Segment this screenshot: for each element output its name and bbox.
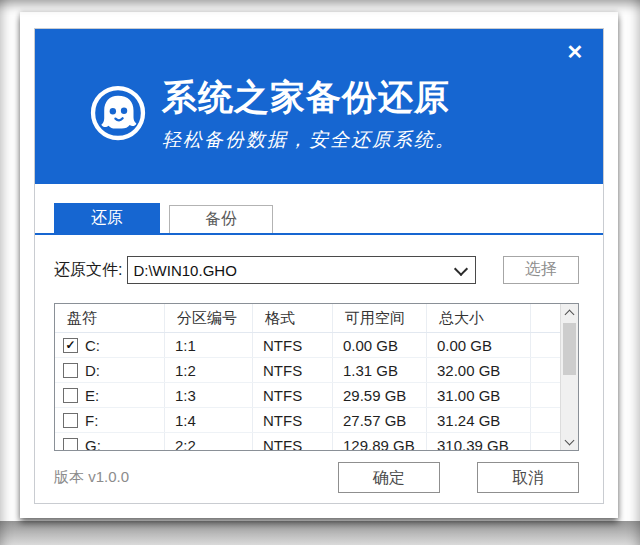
cancel-button[interactable]: 取消: [477, 462, 579, 493]
browse-button[interactable]: 选择: [503, 256, 579, 284]
app-window: ✕ 系统之家备份还原 轻松备份数据，安全还原系统。: [20, 12, 618, 518]
row-checkbox[interactable]: [63, 438, 78, 452]
footer-bar: 版本 v1.0.0 确定 取消: [54, 462, 579, 493]
cell-free: 129.89 GB: [333, 433, 427, 451]
table-row[interactable]: F: 1:4 NTFS 27.57 GB 31.24 GB: [55, 408, 561, 433]
col-header-format: 格式: [253, 304, 333, 332]
app-header: ✕ 系统之家备份还原 轻松备份数据，安全还原系统。: [35, 29, 603, 184]
close-icon[interactable]: ✕: [564, 41, 586, 63]
row-checkbox[interactable]: [63, 363, 78, 378]
cell-format: NTFS: [253, 383, 333, 407]
chevron-up-icon: [565, 310, 575, 320]
tab-bar: 还原 备份: [35, 184, 603, 235]
chevron-down-icon[interactable]: [454, 262, 468, 276]
cell-format: NTFS: [253, 358, 333, 382]
cell-partition: 1:4: [165, 408, 253, 432]
row-checkbox[interactable]: [63, 413, 78, 428]
window-inner-frame: ✕ 系统之家备份还原 轻松备份数据，安全还原系统。: [34, 28, 604, 504]
cell-drive-wrap: D:: [55, 358, 165, 382]
table-row[interactable]: E: 1:3 NTFS 29.59 GB 31.00 GB: [55, 383, 561, 408]
col-header-free: 可用空间: [333, 304, 427, 332]
table-row[interactable]: G: 2:2 NTFS 129.89 GB 310.39 GB: [55, 433, 561, 451]
col-header-drive: 盘符: [55, 304, 165, 332]
cell-free: 27.57 GB: [333, 408, 427, 432]
cell-filler: [531, 358, 561, 382]
cell-partition: 1:2: [165, 358, 253, 382]
cell-total: 31.00 GB: [427, 383, 531, 407]
cell-total: 0.00 GB: [427, 333, 531, 357]
cell-free: 1.31 GB: [333, 358, 427, 382]
cell-total: 310.39 GB: [427, 433, 531, 451]
cell-drive-wrap: G:: [55, 433, 165, 451]
app-subtitle: 轻松备份数据，安全还原系统。: [162, 127, 456, 153]
cell-format: NTFS: [253, 333, 333, 357]
table-row[interactable]: D: 1:2 NTFS 1.31 GB 32.00 GB: [55, 358, 561, 383]
table-scrollbar[interactable]: [560, 304, 578, 450]
partition-table: 盘符 分区编号 格式 可用空间 总大小 ✓ C: 1:1 NTFS 0.00 G…: [54, 303, 579, 451]
ghost-logo-icon: [87, 82, 149, 144]
cell-drive-wrap: ✓ C:: [55, 333, 165, 357]
col-header-total: 总大小: [427, 304, 531, 332]
cell-drive: C:: [85, 337, 100, 354]
row-checkbox[interactable]: [63, 388, 78, 403]
restore-file-label: 还原文件:: [54, 260, 122, 281]
app-title: 系统之家备份还原: [162, 79, 456, 116]
cell-format: NTFS: [253, 408, 333, 432]
version-label: 版本 v1.0.0: [54, 468, 338, 487]
cell-total: 31.24 GB: [427, 408, 531, 432]
ok-button[interactable]: 确定: [338, 462, 440, 493]
restore-file-row: 还原文件: D:\WIN10.GHO 选择: [54, 256, 579, 284]
cell-drive: F:: [85, 412, 98, 429]
cell-filler: [531, 433, 561, 451]
cell-filler: [531, 383, 561, 407]
screenshot-stage: ✕ 系统之家备份还原 轻松备份数据，安全还原系统。: [0, 0, 640, 545]
tab-backup[interactable]: 备份: [169, 205, 273, 233]
scroll-down-button[interactable]: [561, 433, 578, 450]
cell-filler: [531, 408, 561, 432]
col-header-partition: 分区编号: [165, 304, 253, 332]
scrollbar-thumb[interactable]: [563, 323, 576, 375]
cell-partition: 1:3: [165, 383, 253, 407]
cell-drive: E:: [85, 387, 99, 404]
row-checkbox[interactable]: ✓: [63, 338, 78, 353]
table-body: ✓ C: 1:1 NTFS 0.00 GB 0.00 GB D: 1:2 NTF…: [55, 333, 561, 451]
scroll-up-button[interactable]: [561, 304, 578, 321]
main-content: 还原 备份 还原文件: D:\WIN10.GHO 选择 盘符 分区: [35, 184, 603, 503]
table-header-row: 盘符 分区编号 格式 可用空间 总大小: [55, 304, 561, 333]
cell-drive-wrap: E:: [55, 383, 165, 407]
cell-drive: D:: [85, 362, 100, 379]
cell-partition: 1:1: [165, 333, 253, 357]
partition-table-grid: 盘符 分区编号 格式 可用空间 总大小 ✓ C: 1:1 NTFS 0.00 G…: [55, 304, 561, 450]
col-header-filler: [531, 304, 561, 332]
cell-drive-wrap: F:: [55, 408, 165, 432]
bottom-shadow-band: [0, 521, 640, 545]
cell-free: 0.00 GB: [333, 333, 427, 357]
restore-file-combobox[interactable]: D:\WIN10.GHO: [127, 256, 476, 284]
cell-total: 32.00 GB: [427, 358, 531, 382]
cell-partition: 2:2: [165, 433, 253, 451]
brand-text: 系统之家备份还原 轻松备份数据，安全还原系统。: [162, 79, 456, 153]
brand-block: 系统之家备份还原 轻松备份数据，安全还原系统。: [35, 29, 603, 153]
table-row[interactable]: ✓ C: 1:1 NTFS 0.00 GB 0.00 GB: [55, 333, 561, 358]
tab-restore[interactable]: 还原: [54, 203, 160, 233]
chevron-down-icon: [565, 436, 575, 446]
cell-drive: G:: [85, 437, 101, 452]
cell-format: NTFS: [253, 433, 333, 451]
cell-free: 29.59 GB: [333, 383, 427, 407]
check-icon: ✓: [65, 339, 75, 351]
restore-file-value[interactable]: D:\WIN10.GHO: [128, 262, 236, 279]
cell-filler: [531, 333, 561, 357]
